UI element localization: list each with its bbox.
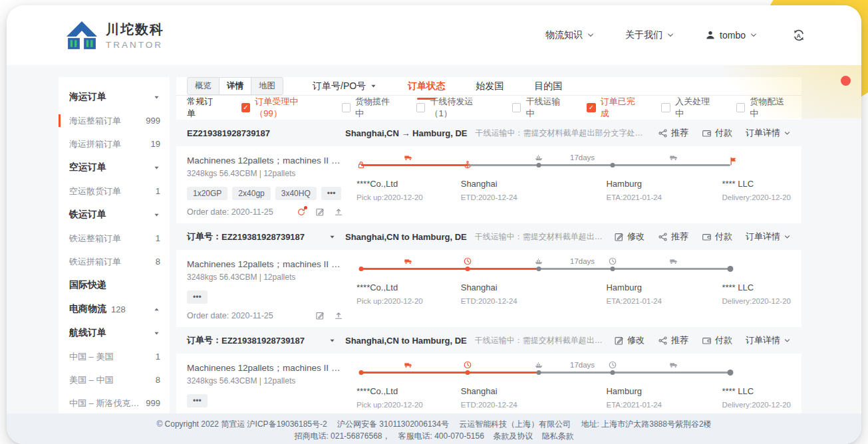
recommend-button[interactable]: 推荐	[658, 334, 688, 346]
pay-button[interactable]: 付款	[702, 231, 732, 243]
wallet-icon	[702, 128, 712, 138]
edit-icon	[614, 336, 624, 346]
order-card-body: Machinenes 12pallets；machines II p... 32…	[176, 146, 801, 217]
user-icon	[705, 30, 716, 41]
sidebar-item-rail-fcl[interactable]: 铁运整箱订单 1	[59, 227, 170, 250]
nav-about-us[interactable]: 关于我们	[625, 29, 674, 41]
user-name: tombo	[720, 30, 746, 41]
filter-bar-label: 常规订单	[187, 96, 220, 120]
transit-duration: 17days	[570, 154, 595, 162]
shipment-timeline: 17days ****Co.,Ltd Pick up:2020-12-20	[357, 362, 791, 413]
timeline-stop: **** LLC Delivery:2020-12-20	[722, 179, 791, 201]
refresh-notification-icon[interactable]	[297, 207, 306, 217]
privacy-link[interactable]: 隐私条款	[542, 431, 574, 441]
nav-logistics-knowledge[interactable]: 物流知识	[545, 29, 595, 41]
order-number: 订单号： EZ219381928739187	[187, 231, 345, 243]
checkbox-cargo-delivering[interactable]: 货物配送中	[736, 96, 791, 120]
timeline-stop: Hamburg ETA:2021-01-24	[606, 179, 662, 201]
tab-order-status[interactable]: 订单状态	[408, 80, 445, 92]
truck-icon	[669, 153, 678, 162]
view-detail[interactable]: 详情	[219, 78, 251, 94]
transit-duration: 17days	[570, 361, 595, 369]
sidebar-item-rail-lcl[interactable]: 铁运拼箱订单 8	[59, 250, 170, 273]
clock-icon	[608, 360, 617, 370]
timeline-stop: Hamburg ETA:2021-01-24	[606, 282, 662, 305]
view-map[interactable]: 地图	[251, 78, 283, 94]
checkbox-cargo-pickup[interactable]: 货物揽件中	[342, 96, 396, 120]
sidebar-group-ecommerce-logistics[interactable]: 电商物流 128	[59, 297, 170, 321]
checkbox-icon	[512, 103, 521, 112]
recommend-button[interactable]: 推荐	[658, 127, 688, 139]
order-detail-button[interactable]: 订单详情	[746, 231, 791, 243]
tab-order-po-number[interactable]: 订单号/PO号	[313, 80, 377, 92]
sidebar-group-route-orders[interactable]: 航线订单	[59, 321, 170, 345]
container-tag: 3x40HQ	[275, 187, 317, 200]
chevron-down-icon	[750, 31, 758, 39]
checkbox-icon	[587, 103, 595, 112]
wallet-icon	[702, 336, 712, 346]
sidebar-item-sea-lcl[interactable]: 海运拼箱订单 19	[59, 132, 170, 156]
order-card-header: 订单号： EZ219381928739187 Shanghai,CN to Ha…	[176, 223, 801, 250]
edit-icon[interactable]	[315, 207, 325, 217]
transit-duration: 17days	[570, 257, 595, 265]
order-actions: 修改 推荐 付款 订单详情	[614, 231, 791, 243]
cargo-info: Machinenes 12pallets；machines II p... 32…	[187, 155, 343, 210]
chevron-down-icon	[784, 337, 791, 344]
order-detail-button[interactable]: 订单详情	[746, 334, 791, 346]
language-switch-icon[interactable]	[792, 29, 805, 42]
more-tags-button[interactable]: •••	[321, 187, 342, 200]
sidebar-group-sea-orders[interactable]: 海运订单	[59, 85, 170, 109]
clock-icon	[463, 257, 472, 266]
recommend-button[interactable]: 推荐	[658, 231, 688, 243]
checkbox-trunk-transport[interactable]: 干线运输中	[512, 96, 567, 120]
cargo-title: Machinenes 12pallets；machines II p...	[187, 155, 343, 167]
checkbox-icon	[736, 103, 745, 112]
wallet-icon	[702, 232, 712, 242]
footer: © Copyright 2022 简宜运 沪ICP备19036185号-2 沪公…	[7, 413, 861, 444]
pay-button[interactable]: 付款	[702, 334, 732, 346]
tab-origin-country[interactable]: 始发国	[476, 80, 504, 92]
triangle-down-icon	[153, 330, 160, 337]
triangle-down-icon[interactable]	[329, 233, 336, 241]
package-lock-icon	[357, 160, 366, 169]
sidebar-group-air-orders[interactable]: 空运订单	[59, 156, 170, 179]
edit-icon[interactable]	[315, 311, 325, 320]
order-route: Shanghai,CN to Hamburg, DE	[345, 336, 467, 346]
more-tags-button[interactable]: •••	[187, 290, 208, 304]
more-tags-button[interactable]: •••	[187, 394, 208, 407]
sidebar-group-rail-orders[interactable]: 铁运订单	[59, 203, 170, 227]
modify-button[interactable]: 修改	[614, 334, 645, 346]
triangle-down-icon[interactable]	[329, 337, 336, 344]
upload-icon[interactable]	[334, 311, 343, 320]
order-card-header: EZ219381928739187 Shanghai,CN → Hamburg,…	[176, 120, 801, 146]
pay-button[interactable]: 付款	[702, 127, 732, 139]
edit-icon	[614, 232, 624, 242]
order-number: 订单号： EZ219381928739187	[187, 334, 345, 346]
checkbox-icon	[342, 103, 351, 112]
sidebar-group-intl-express[interactable]: 国际快递	[59, 273, 170, 297]
checkbox-order-complete[interactable]: 订单已完成	[587, 96, 641, 120]
order-detail-button[interactable]: 订单详情	[746, 127, 791, 139]
checkbox-order-accepting[interactable]: 订单受理中（99）	[241, 96, 322, 120]
order-card-header: 订单号： EZ219381928739187 Shanghai,CN to Ha…	[176, 327, 801, 354]
modify-button[interactable]: 修改	[614, 231, 645, 243]
view-overview[interactable]: 概览	[188, 78, 219, 94]
sidebar-item-air-bulk[interactable]: 空运散货订单 1	[59, 179, 170, 203]
top-nav: 物流知识 关于我们 tombo	[545, 29, 805, 42]
upload-icon[interactable]	[334, 207, 343, 217]
sidebar-item-usa-china[interactable]: 美国 – 中国 8	[59, 368, 170, 391]
chevron-down-icon	[784, 130, 791, 137]
user-menu[interactable]: tombo	[705, 30, 758, 41]
sidebar-item-china-slovakia[interactable]: 中国 – 斯洛伐克… 999	[59, 391, 170, 413]
count-badge: 128	[111, 304, 126, 314]
sidebar-item-china-usa[interactable]: 中国 – 美国 1	[59, 345, 170, 368]
timeline-stop: Shanghai ETD:2020-12-24	[461, 386, 517, 409]
shipment-timeline: 17days ****Co.,Ltd Pick up:2020-12-20	[357, 155, 791, 210]
chevron-down-icon	[587, 31, 595, 39]
trantor-logo-icon	[67, 21, 97, 49]
sidebar-item-sea-fcl[interactable]: 海运整箱订单 999	[59, 109, 170, 132]
checkbox-customs-processing[interactable]: 入关处理中	[661, 96, 716, 120]
tab-destination-country[interactable]: 目的国	[534, 80, 562, 92]
terms-link[interactable]: 条款及协议	[493, 431, 533, 441]
cargo-specs: 3248kgs 56.43CBM | 12pallets	[187, 376, 343, 386]
